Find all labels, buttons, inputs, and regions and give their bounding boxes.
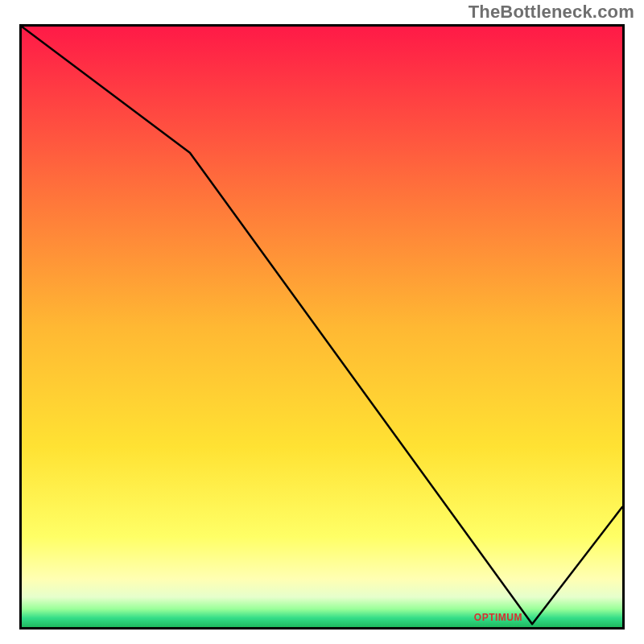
attribution-label: TheBottleneck.com — [469, 2, 634, 23]
chart-container: TheBottleneck.com OPTIMUM — [0, 0, 644, 644]
plot-area: OPTIMUM — [19, 24, 625, 630]
line-series — [22, 27, 622, 627]
optimum-annotation: OPTIMUM — [474, 612, 522, 623]
